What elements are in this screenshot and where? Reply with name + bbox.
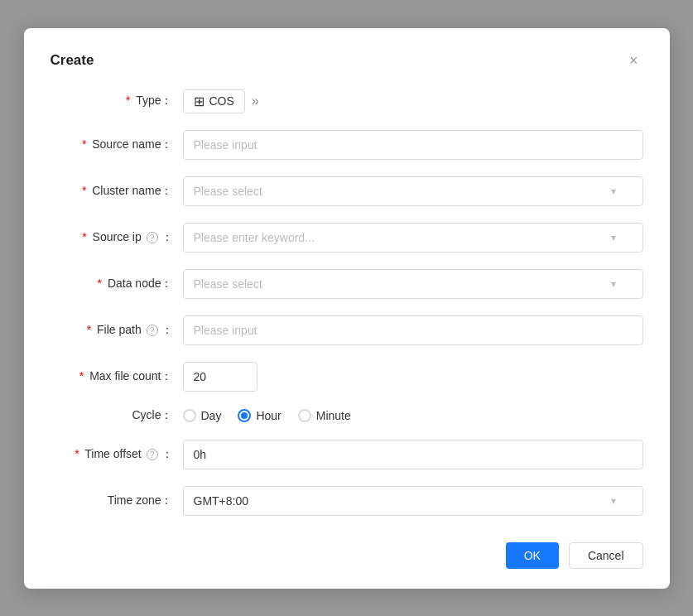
time-offset-help-icon[interactable]: ? bbox=[147, 449, 158, 460]
data-node-row: * Data node： Please select ▾ bbox=[51, 269, 643, 299]
data-node-placeholder: Please select bbox=[194, 277, 262, 291]
type-tag-icon: ⊞ bbox=[194, 94, 205, 109]
data-node-required-star: * bbox=[98, 277, 102, 290]
data-node-label: * Data node： bbox=[51, 277, 183, 291]
source-ip-row: * Source ip ? ： Please enter keyword... … bbox=[51, 223, 643, 253]
file-path-label: * File path ? ： bbox=[51, 323, 183, 338]
data-node-select[interactable]: Please select ▾ bbox=[183, 269, 643, 299]
close-button[interactable]: × bbox=[624, 51, 643, 70]
cycle-hour-label: Hour bbox=[256, 409, 281, 422]
time-zone-select-wrapper: GMT+8:00 ▾ bbox=[183, 486, 643, 516]
max-file-count-row: * Max file count： bbox=[51, 362, 643, 392]
data-node-select-wrapper: Please select ▾ bbox=[183, 269, 643, 299]
cycle-day-radio[interactable] bbox=[183, 409, 196, 422]
time-zone-row: Time zone： GMT+8:00 ▾ bbox=[51, 486, 643, 516]
type-required-star: * bbox=[126, 94, 130, 107]
cycle-label: Cycle： bbox=[51, 408, 183, 423]
cycle-minute-radio[interactable] bbox=[298, 409, 311, 422]
data-node-chevron-icon: ▾ bbox=[611, 278, 616, 290]
breadcrumb-arrow-icon[interactable]: » bbox=[252, 94, 259, 108]
create-modal: Create × * Type： ⊞ COS » * Source name： bbox=[24, 28, 670, 589]
cycle-day-label: Day bbox=[201, 409, 222, 422]
time-offset-row: * Time offset ? ： bbox=[51, 440, 643, 469]
time-offset-required-star: * bbox=[75, 447, 79, 460]
time-zone-chevron-icon: ▾ bbox=[611, 495, 616, 507]
time-offset-input[interactable] bbox=[183, 440, 643, 469]
source-ip-label: * Source ip ? ： bbox=[51, 230, 183, 245]
source-ip-placeholder: Please enter keyword... bbox=[194, 231, 315, 244]
file-path-input[interactable] bbox=[183, 315, 643, 345]
cycle-hour-radio[interactable] bbox=[238, 409, 251, 422]
source-ip-required-star: * bbox=[82, 230, 86, 243]
file-path-row: * File path ? ： bbox=[51, 315, 643, 345]
cycle-day-option[interactable]: Day bbox=[183, 409, 222, 422]
max-file-count-label: * Max file count： bbox=[51, 369, 183, 384]
max-file-count-input[interactable] bbox=[183, 362, 257, 392]
type-label: * Type： bbox=[51, 94, 183, 108]
cancel-button[interactable]: Cancel bbox=[569, 542, 643, 569]
time-offset-label: * Time offset ? ： bbox=[51, 447, 183, 462]
type-tag[interactable]: ⊞ COS bbox=[183, 89, 245, 113]
time-zone-value: GMT+8:00 bbox=[194, 494, 249, 508]
source-name-required-star: * bbox=[82, 137, 86, 151]
type-row: * Type： ⊞ COS » bbox=[51, 89, 643, 113]
cycle-row: Cycle： Day Hour Minute bbox=[51, 408, 643, 423]
cycle-minute-label: Minute bbox=[316, 409, 351, 422]
type-tag-label: COS bbox=[209, 94, 234, 108]
source-ip-help-icon[interactable]: ? bbox=[147, 232, 158, 243]
ok-button[interactable]: OK bbox=[506, 542, 559, 569]
source-ip-select-wrapper: Please enter keyword... ▾ bbox=[183, 223, 643, 253]
cluster-name-label: * Cluster name： bbox=[51, 184, 183, 199]
max-file-count-required-star: * bbox=[79, 369, 84, 383]
cluster-name-chevron-icon: ▾ bbox=[611, 185, 616, 197]
modal-title: Create bbox=[51, 52, 94, 69]
file-path-help-icon[interactable]: ? bbox=[147, 325, 158, 336]
modal-header: Create × bbox=[51, 51, 643, 70]
source-ip-chevron-icon: ▾ bbox=[611, 232, 616, 243]
cluster-name-select-wrapper: Please select ▾ bbox=[183, 176, 643, 206]
cluster-name-row: * Cluster name： Please select ▾ bbox=[51, 176, 643, 206]
source-name-input[interactable] bbox=[183, 130, 643, 160]
cluster-name-placeholder: Please select bbox=[194, 185, 262, 198]
cycle-hour-option[interactable]: Hour bbox=[238, 409, 281, 422]
cycle-radio-group: Day Hour Minute bbox=[183, 409, 643, 422]
time-zone-select[interactable]: GMT+8:00 ▾ bbox=[183, 486, 643, 516]
source-name-row: * Source name： bbox=[51, 130, 643, 160]
source-ip-select[interactable]: Please enter keyword... ▾ bbox=[183, 223, 643, 253]
cluster-name-select[interactable]: Please select ▾ bbox=[183, 176, 643, 206]
type-field-group: ⊞ COS » bbox=[183, 89, 259, 113]
modal-footer: OK Cancel bbox=[51, 536, 643, 569]
source-name-label: * Source name： bbox=[51, 137, 183, 152]
file-path-required-star: * bbox=[87, 323, 91, 336]
cluster-name-required-star: * bbox=[82, 184, 86, 197]
time-zone-label: Time zone： bbox=[51, 493, 183, 508]
cycle-minute-option[interactable]: Minute bbox=[298, 409, 351, 422]
